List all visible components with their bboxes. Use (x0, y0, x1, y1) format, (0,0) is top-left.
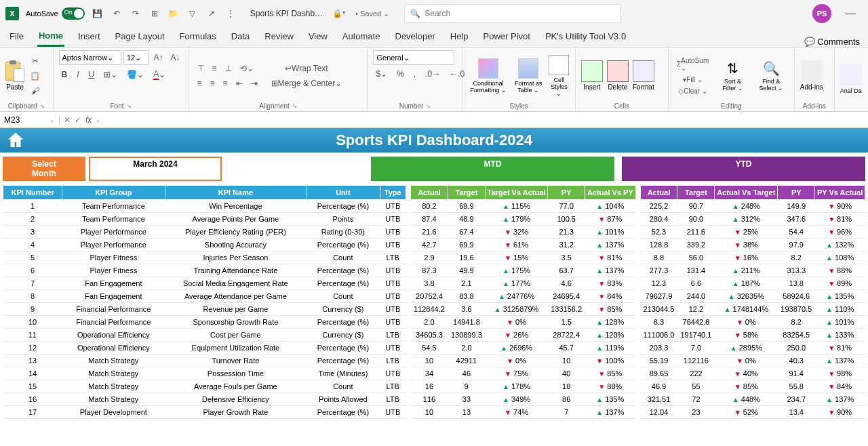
table-row[interactable]: 55.19112116▼ 0%40.3▲ 137% (640, 354, 865, 367)
table-row[interactable]: 12.0423▼ 52%13.4▼ 90% (640, 406, 865, 419)
table-row[interactable]: 112844.23.6▲ 3125879%133156.2▼ 85% (411, 303, 636, 316)
table-row[interactable]: 1Team PerformanceWin PercentagePercentag… (3, 200, 406, 213)
indent-inc-icon[interactable]: ⇥ (248, 77, 260, 89)
table-row[interactable]: 8.376442.8▼ 0%8.2▲ 101% (640, 316, 865, 329)
cut-icon[interactable]: ✂ (27, 55, 43, 67)
table-row[interactable]: 11Operational EfficiencyCost per GameCur… (3, 329, 406, 342)
analyze-data-button[interactable]: Anal Da (840, 64, 862, 94)
fx-expand-icon[interactable]: ⌄ (96, 117, 101, 123)
font-color-icon[interactable]: A⌄ (151, 68, 168, 81)
increase-font-icon[interactable]: A↑ (151, 52, 165, 64)
tab-review[interactable]: Review (263, 27, 295, 47)
worksheet[interactable]: Sports KPI Dashboard-2024 Select Month M… (0, 128, 868, 446)
table-row[interactable]: 6Player FitnessTraining Attendance RateP… (3, 264, 406, 277)
table-row[interactable]: 1042911▼ 0%10▼ 100% (411, 354, 636, 367)
table-row[interactable]: 9Financial PerformanceRevenue per GameCu… (3, 303, 406, 316)
table-row[interactable]: 280.490.0▲ 312%347.6▼ 81% (640, 213, 865, 226)
table-row[interactable]: 20752.483.8▲ 24776%24695.4▼ 84% (411, 290, 636, 303)
tab-formulas[interactable]: Formulas (178, 27, 218, 47)
font-name-combo[interactable]: Aptos Narrow ⌄ (59, 50, 121, 65)
table-row[interactable]: 21.667.4▼ 32%21.3▲ 101% (411, 226, 636, 239)
table-row[interactable]: 42.769.9▼ 61%31.2▲ 137% (411, 239, 636, 251)
autosum-button[interactable]: Σ AutoSum ⌄ (674, 56, 711, 73)
format-as-table-button[interactable]: Format as Table ⌄ (513, 58, 543, 94)
find-select-button[interactable]: 🔍Find & Select ⌄ (754, 60, 789, 92)
table-row[interactable]: 16Match StrategyDefensive EfficiencyPoin… (3, 393, 406, 406)
user-avatar[interactable]: PS (812, 4, 831, 23)
bold-button[interactable]: B (59, 68, 71, 81)
table-row[interactable]: 17Player DevelopmentPlayer Growth RatePe… (3, 406, 406, 419)
table-row[interactable]: 128.8339.2▼ 38%97.9▲ 132% (640, 239, 865, 251)
table-row[interactable]: 213044.512.2▲ 1748144%193870.5▲ 110% (640, 303, 865, 316)
delete-cells-button[interactable]: Delete (607, 60, 629, 91)
percent-icon[interactable]: % (394, 68, 407, 80)
format-painter-icon[interactable]: 🖌 (27, 85, 43, 97)
minimize-button[interactable]: — (838, 7, 863, 20)
table-row[interactable]: 15Match StrategyAverage Fouls per GameCo… (3, 380, 406, 393)
table-row[interactable]: 80.269.9▲ 115%77.0▲ 104% (411, 200, 636, 213)
tab-home[interactable]: Home (37, 26, 64, 47)
conditional-formatting-button[interactable]: Conditional Formatting ⌄ (468, 58, 508, 94)
undo-icon[interactable]: ↶ (111, 7, 123, 20)
italic-button[interactable]: I (74, 68, 81, 81)
copy-icon[interactable]: 📋 (27, 70, 43, 82)
table-row[interactable]: 54.52.0▲ 2696%45.7▲ 119% (411, 342, 636, 354)
table-row[interactable]: 3.82.1▲ 177%4.6▼ 83% (411, 277, 636, 290)
align-center-icon[interactable]: ≡ (208, 77, 218, 89)
tab-page-layout[interactable]: Page Layout (114, 27, 166, 47)
file-name[interactable]: Sports KPI Dashb… (250, 9, 323, 18)
indent-dec-icon[interactable]: ⇤ (233, 77, 245, 89)
tab-power-pivot[interactable]: Power Pivot (482, 27, 532, 47)
table-row[interactable]: 87.349.9▲ 175%63.7▲ 137% (411, 264, 636, 277)
align-top-icon[interactable]: ⊤ (195, 62, 207, 75)
table-row[interactable]: 8Fan EngagementAverage Attendance per Ga… (3, 290, 406, 303)
align-right-icon[interactable]: ≡ (220, 77, 231, 89)
orientation-icon[interactable]: ⟲⌄ (237, 62, 256, 75)
redo-icon[interactable]: ↷ (130, 7, 142, 20)
table-row[interactable]: 5Player FitnessInjuries Per SeasonCountL… (3, 251, 406, 264)
table-row[interactable]: 13Match StrategyTurnover RatePercentage … (3, 354, 406, 367)
table-row[interactable]: 79627.9244.0▲ 32635%58924.6▲ 135% (640, 290, 865, 303)
decrease-font-icon[interactable]: A↓ (167, 52, 182, 64)
autosave-toggle[interactable]: AutoSave On (26, 7, 85, 20)
dialog-launcher-icon[interactable]: ↘ (426, 103, 431, 109)
tab-developer[interactable]: Developer (394, 27, 437, 47)
tab-data[interactable]: Data (230, 27, 251, 47)
qat-icon[interactable]: ⋮ (224, 7, 237, 20)
enter-formula-icon[interactable]: ✓ (75, 115, 81, 125)
search-box[interactable]: 🔍 (404, 4, 621, 23)
border-icon[interactable]: ⊞⌄ (101, 68, 120, 81)
merge-center-button[interactable]: ⊞ Merge & Center ⌄ (269, 77, 345, 89)
table-row[interactable]: 46.955▼ 85%55.8▼ 84% (640, 380, 865, 393)
tab-pk-s-utility-tool-v-[interactable]: PK's Utility Tool V3.0 (544, 27, 627, 47)
table-row[interactable]: 12Operational EfficiencyEquipment Utiliz… (3, 342, 406, 354)
qat-icon[interactable]: 📁 (167, 7, 180, 20)
cell-styles-button[interactable]: Cell Styles ⌄ (549, 55, 570, 97)
saved-status[interactable]: • Saved ⌄ (355, 9, 389, 18)
paste-button[interactable]: Paste (5, 60, 24, 91)
tab-insert[interactable]: Insert (77, 27, 102, 47)
cancel-formula-icon[interactable]: ✕ (64, 115, 71, 125)
table-row[interactable]: 10Financial PerformanceSponsorship Growt… (3, 316, 406, 329)
align-middle-icon[interactable]: ≡ (210, 62, 220, 75)
dialog-launcher-icon[interactable]: ↘ (292, 103, 297, 109)
fill-color-icon[interactable]: 🪣⌄ (124, 68, 146, 81)
table-row[interactable]: 3Player PerformancePlayer Efficiency Rat… (3, 226, 406, 239)
save-icon[interactable]: 💾 (92, 7, 104, 20)
search-input[interactable] (425, 9, 615, 18)
dialog-launcher-icon[interactable]: ↘ (40, 103, 45, 109)
qat-icon[interactable]: ↗ (205, 7, 218, 20)
number-format-combo[interactable]: General ⌄ (373, 50, 454, 65)
font-size-combo[interactable]: 12 ⌄ (123, 50, 149, 65)
tab-view[interactable]: View (307, 27, 329, 47)
table-row[interactable]: 3446▼ 75%40▼ 85% (411, 367, 636, 380)
name-box[interactable]: M23⌄ (0, 115, 60, 125)
table-row[interactable]: 34605.3130899.3▼ 26%28722.4▲ 120% (411, 329, 636, 342)
table-row[interactable]: 4Player PerformanceShooting AccuracyPerc… (3, 239, 406, 251)
insert-cells-button[interactable]: Insert (581, 60, 603, 91)
table-row[interactable]: 321.5172▲ 448%234.7▲ 137% (640, 393, 865, 406)
table-row[interactable]: 7Fan EngagementSocial Media Engagement R… (3, 277, 406, 290)
table-row[interactable]: 1013▼ 74%7▲ 137% (411, 406, 636, 419)
addins-button[interactable]: Add-ins (800, 60, 823, 91)
tab-automate[interactable]: Automate (341, 27, 382, 47)
